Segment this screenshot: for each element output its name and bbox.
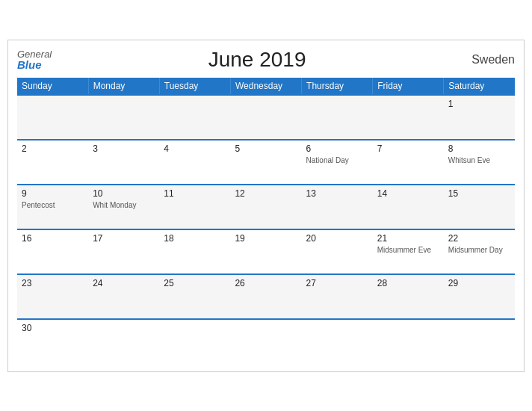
calendar-table: Sunday Monday Tuesday Wednesday Thursday… xyxy=(17,78,515,364)
day-number-22: 22 xyxy=(448,233,510,244)
calendar-container: General Blue June 2019 Sweden Sunday Mon… xyxy=(7,40,525,372)
day-number-21: 21 xyxy=(377,233,439,244)
cell-week4-day3: 26 xyxy=(230,274,301,319)
logo: General Blue xyxy=(17,49,52,70)
cell-week5-day3 xyxy=(230,319,301,364)
header-saturday: Saturday xyxy=(444,78,515,95)
cell-week0-day4 xyxy=(302,95,373,140)
cell-week1-day1: 3 xyxy=(88,140,159,185)
cell-week2-day1: 10Whit Monday xyxy=(88,185,159,229)
calendar-header: General Blue June 2019 Sweden xyxy=(17,48,515,72)
cell-week5-day2 xyxy=(159,319,230,364)
day-number-15: 15 xyxy=(448,188,510,199)
cell-week2-day0: 9Pentecost xyxy=(17,185,88,229)
cell-week3-day4: 20 xyxy=(302,229,373,274)
day-number-29: 29 xyxy=(448,278,510,288)
cell-week3-day6: 22Midsummer Day xyxy=(444,229,515,274)
day-number-4: 4 xyxy=(164,143,226,154)
week-row-3: 161718192021Midsummer Eve22Midsummer Day xyxy=(17,229,515,274)
weekday-header-row: Sunday Monday Tuesday Wednesday Thursday… xyxy=(17,78,515,95)
day-number-3: 3 xyxy=(93,143,155,154)
cell-week3-day2: 18 xyxy=(159,229,230,274)
country-label: Sweden xyxy=(463,53,515,67)
day-number-27: 27 xyxy=(306,278,368,288)
day-number-12: 12 xyxy=(235,188,297,199)
week-row-0: 1 xyxy=(17,95,515,140)
holiday-10: Whit Monday xyxy=(93,200,155,210)
cell-week2-day6: 15 xyxy=(444,185,515,229)
day-number-23: 23 xyxy=(22,278,84,288)
day-number-11: 11 xyxy=(164,188,226,199)
day-number-1: 1 xyxy=(448,99,510,109)
day-number-8: 8 xyxy=(448,143,510,154)
day-number-6: 6 xyxy=(306,143,368,154)
cell-week5-day4 xyxy=(302,319,373,364)
cell-week4-day0: 23 xyxy=(17,274,88,319)
cell-week0-day3 xyxy=(230,95,301,140)
header-tuesday: Tuesday xyxy=(159,78,230,95)
day-number-5: 5 xyxy=(235,143,297,154)
day-number-25: 25 xyxy=(164,278,226,288)
cell-week5-day5 xyxy=(373,319,444,364)
cell-week3-day3: 19 xyxy=(230,229,301,274)
logo-general-text: General xyxy=(17,49,52,59)
header-sunday: Sunday xyxy=(17,78,88,95)
calendar-title: June 2019 xyxy=(52,48,463,72)
cell-week4-day4: 27 xyxy=(302,274,373,319)
day-number-10: 10 xyxy=(93,188,155,199)
cell-week1-day3: 5 xyxy=(230,140,301,185)
week-row-4: 23242526272829 xyxy=(17,274,515,319)
day-number-9: 9 xyxy=(22,188,84,199)
day-number-7: 7 xyxy=(377,143,439,154)
cell-week4-day5: 28 xyxy=(373,274,444,319)
day-number-19: 19 xyxy=(235,233,297,244)
cell-week2-day2: 11 xyxy=(159,185,230,229)
cell-week1-day6: 8Whitsun Eve xyxy=(444,140,515,185)
cell-week1-day0: 2 xyxy=(17,140,88,185)
header-friday: Friday xyxy=(373,78,444,95)
cell-week3-day0: 16 xyxy=(17,229,88,274)
cell-week1-day4: 6National Day xyxy=(302,140,373,185)
cell-week1-day2: 4 xyxy=(159,140,230,185)
cell-week0-day1 xyxy=(88,95,159,140)
day-number-14: 14 xyxy=(377,188,439,199)
header-thursday: Thursday xyxy=(302,78,373,95)
header-monday: Monday xyxy=(88,78,159,95)
day-number-13: 13 xyxy=(306,188,368,199)
week-row-1: 23456National Day78Whitsun Eve xyxy=(17,140,515,185)
cell-week2-day5: 14 xyxy=(373,185,444,229)
cell-week4-day2: 25 xyxy=(159,274,230,319)
holiday-6: National Day xyxy=(306,155,368,165)
day-number-18: 18 xyxy=(164,233,226,244)
week-row-5: 30 xyxy=(17,319,515,364)
cell-week4-day6: 29 xyxy=(444,274,515,319)
cell-week2-day4: 13 xyxy=(302,185,373,229)
cell-week5-day1 xyxy=(88,319,159,364)
cell-week0-day0 xyxy=(17,95,88,140)
cell-week5-day0: 30 xyxy=(17,319,88,364)
day-number-20: 20 xyxy=(306,233,368,244)
day-number-2: 2 xyxy=(22,143,84,154)
cell-week2-day3: 12 xyxy=(230,185,301,229)
logo-blue-text: Blue xyxy=(17,59,52,70)
cell-week3-day5: 21Midsummer Eve xyxy=(373,229,444,274)
holiday-21: Midsummer Eve xyxy=(377,245,439,255)
cell-week5-day6 xyxy=(444,319,515,364)
cell-week3-day1: 17 xyxy=(88,229,159,274)
holiday-9: Pentecost xyxy=(22,200,84,210)
week-row-2: 9Pentecost10Whit Monday1112131415 xyxy=(17,185,515,229)
holiday-22: Midsummer Day xyxy=(448,245,510,255)
cell-week0-day2 xyxy=(159,95,230,140)
day-number-28: 28 xyxy=(377,278,439,288)
day-number-17: 17 xyxy=(93,233,155,244)
cell-week0-day6: 1 xyxy=(444,95,515,140)
day-number-24: 24 xyxy=(93,278,155,288)
cell-week1-day5: 7 xyxy=(373,140,444,185)
cell-week0-day5 xyxy=(373,95,444,140)
cell-week4-day1: 24 xyxy=(88,274,159,319)
day-number-16: 16 xyxy=(22,233,84,244)
day-number-30: 30 xyxy=(22,323,84,333)
day-number-26: 26 xyxy=(235,278,297,288)
holiday-8: Whitsun Eve xyxy=(448,155,510,165)
header-wednesday: Wednesday xyxy=(230,78,301,95)
